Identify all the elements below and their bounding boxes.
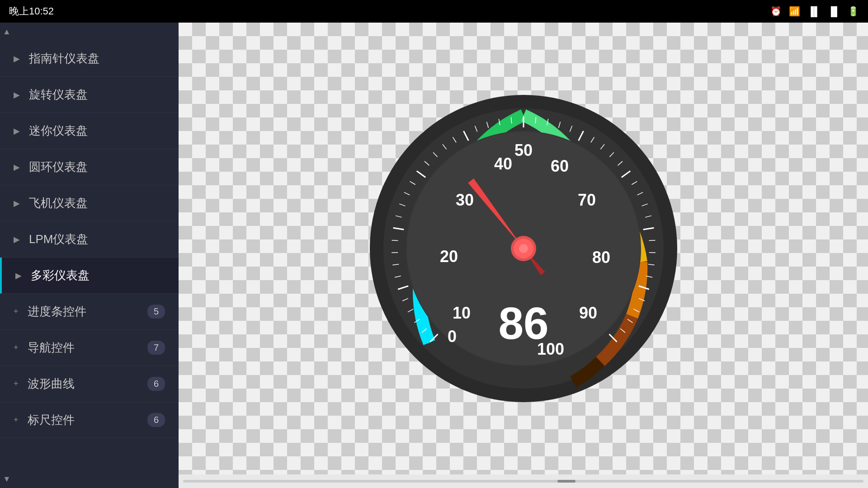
canvas-area: 0 10 20 30 40 50 60 70 80 (179, 23, 868, 488)
alarm-icon: ⏰ (770, 6, 782, 17)
plus-icon: + (14, 379, 19, 389)
gauge-tick (633, 309, 639, 312)
status-time: 晚上10:52 (9, 5, 54, 18)
scrollbar-track (183, 480, 863, 483)
gauge-tick (535, 117, 536, 123)
gauge-tick (475, 126, 477, 132)
chevron-right-icon: ▶ (14, 54, 20, 64)
gauge-tick (422, 328, 427, 333)
sidebar-item-lpm[interactable]: ▶LPM仪表盘 (0, 221, 179, 258)
sidebar-item-badge: 6 (147, 413, 165, 427)
gauge-tick (643, 228, 654, 230)
gauge-tick (398, 286, 408, 289)
sidebar-item-airplane[interactable]: ▶飞机仪表盘 (0, 185, 179, 221)
scroll-arrow-bottom[interactable]: ▼ (0, 470, 14, 488)
sidebar-item-badge: 6 (147, 377, 165, 391)
gauge-tick (618, 161, 623, 165)
canvas-bg: 0 10 20 30 40 50 60 70 80 (179, 23, 868, 474)
gauge-tick (393, 228, 404, 230)
gauge-tick (609, 334, 617, 342)
chevron-right-icon: ▶ (14, 162, 20, 172)
gauge-tick (547, 119, 548, 125)
gauge-container: 0 10 20 30 40 50 60 70 80 (365, 90, 682, 407)
main-content: ▲ ▶指南针仪表盘▶旋转仪表盘▶迷你仪表盘▶圆环仪表盘▶飞机仪表盘▶LPM仪表盘… (0, 23, 868, 488)
gauge-tick (609, 152, 614, 157)
scrollbar-thumb[interactable] (557, 480, 576, 483)
gauge-tick (646, 276, 652, 277)
gauge-tick (443, 144, 447, 149)
gauge-tick (645, 216, 651, 217)
chevron-right-icon: ▶ (14, 235, 20, 244)
gauge-tick (499, 119, 500, 125)
sidebar-item-badge: 5 (147, 305, 165, 319)
sidebar-item-label: 飞机仪表盘 (29, 195, 165, 211)
chevron-right-icon: ▶ (14, 126, 20, 136)
gauge-tick (410, 181, 415, 184)
gauge-tick (637, 192, 643, 195)
chevron-right-icon: ▶ (14, 90, 20, 100)
plus-icon: + (14, 343, 19, 352)
sidebar-scroll: ▶指南针仪表盘▶旋转仪表盘▶迷你仪表盘▶圆环仪表盘▶飞机仪表盘▶LPM仪表盘▶多… (0, 41, 179, 470)
gauge-tick (463, 131, 468, 141)
sidebar-item-badge: 7 (147, 341, 165, 355)
signal1-icon: ▐▌ (807, 6, 820, 17)
gauge-tick (648, 264, 654, 265)
sidebar-item-label: 多彩仪表盘 (31, 267, 165, 283)
battery-icon: 🔋 (848, 6, 859, 17)
sidebar-item-label: 进度条控件 (28, 304, 147, 319)
gauge-tick (392, 240, 398, 241)
gauge-tick (558, 122, 560, 128)
gauge-tick (424, 161, 429, 165)
scroll-arrow-top[interactable]: ▲ (0, 23, 14, 41)
status-bar: 晚上10:52 ⏰ 📶 ▐▌ ▐▌ 🔋 (0, 0, 868, 23)
gauge-tick (638, 286, 649, 289)
plus-icon: + (14, 307, 19, 316)
gauge-tick (621, 171, 630, 177)
gauge-tick (578, 131, 583, 141)
sidebar-item-colorful[interactable]: ▶多彩仪表盘 (0, 258, 179, 294)
wifi-icon: 📶 (789, 6, 800, 17)
gauge-tick (416, 171, 425, 177)
chevron-right-icon: ▶ (15, 271, 22, 281)
status-bar-right: ⏰ 📶 ▐▌ ▐▌ 🔋 (770, 6, 859, 17)
gauge-tick (600, 144, 604, 149)
sidebar-item-compass[interactable]: ▶指南针仪表盘 (0, 41, 179, 77)
bottom-scrollbar[interactable] (179, 474, 868, 488)
sidebar-item-rotate[interactable]: ▶旋转仪表盘 (0, 77, 179, 113)
sidebar-item-label: 导航控件 (28, 340, 147, 356)
sidebar-item-label: 波形曲线 (28, 376, 147, 392)
gauge-tick (620, 328, 625, 333)
gauge-tick (395, 276, 401, 277)
sidebar-item-wave[interactable]: +波形曲线6 (0, 366, 179, 402)
sidebar-item-ring[interactable]: ▶圆环仪表盘 (0, 149, 179, 185)
gauge-tick (396, 216, 402, 217)
sidebar-item-progress[interactable]: +进度条控件5 (0, 294, 179, 330)
sidebar-item-ruler[interactable]: +标尺控件6 (0, 402, 179, 438)
sidebar-item-nav[interactable]: +导航控件7 (0, 330, 179, 366)
gauge-tick (627, 319, 632, 323)
gauge-tick (453, 137, 456, 142)
gauge-tick (511, 117, 511, 123)
gauge-tick (404, 192, 410, 195)
gauge-tick (570, 126, 572, 132)
gauge-tick (632, 181, 637, 184)
sidebar-item-label: 标尺控件 (28, 412, 147, 428)
sidebar-item-label: 圆环仪表盘 (29, 159, 165, 175)
sidebar-item-label: LPM仪表盘 (29, 231, 165, 247)
gauge-tick (392, 264, 399, 265)
gauge-tick (486, 122, 488, 128)
gauge-tick (639, 298, 645, 301)
sidebar-item-label: 迷你仪表盘 (29, 123, 165, 139)
sidebar-item-mini[interactable]: ▶迷你仪表盘 (0, 113, 179, 149)
plus-icon: + (14, 415, 19, 425)
gauge-tick (433, 152, 438, 157)
gauge-tick (430, 334, 438, 342)
sidebar-item-label: 旋转仪表盘 (29, 87, 165, 103)
signal2-icon: ▐▌ (828, 6, 840, 17)
gauge-tick (408, 309, 413, 312)
gauge-tick (590, 137, 594, 142)
sidebar-item-label: 指南针仪表盘 (29, 51, 165, 66)
chevron-right-icon: ▶ (14, 198, 20, 208)
sidebar: ▲ ▶指南针仪表盘▶旋转仪表盘▶迷你仪表盘▶圆环仪表盘▶飞机仪表盘▶LPM仪表盘… (0, 23, 179, 488)
gauge-tick (399, 204, 405, 206)
